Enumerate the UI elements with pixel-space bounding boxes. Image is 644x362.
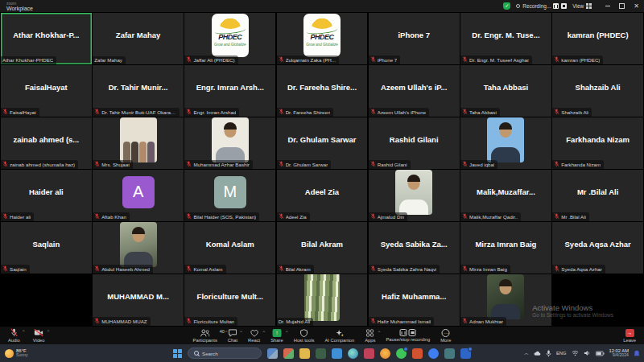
powerpoint-icon[interactable] [412, 348, 423, 359]
pause-recording-icon[interactable] [553, 3, 559, 9]
participant-tile[interactable]: Azeem Ullah's iP... Azeem Ullah's iPhone [369, 65, 460, 117]
file-explorer-icon[interactable] [299, 348, 310, 359]
leave-button[interactable]: → Leave [623, 329, 636, 343]
firefox-icon[interactable] [380, 348, 390, 359]
participant-tile[interactable]: FaisalHayat FaisalHayat [1, 65, 92, 117]
photos-icon[interactable] [283, 348, 294, 359]
participant-tile[interactable]: kamran (PHDEC) kamran (PHDEC) [552, 13, 643, 64]
tray-chevron-up-icon[interactable]: ︿ [524, 350, 529, 357]
battery-icon[interactable] [596, 351, 605, 356]
participant-tile[interactable]: Adeel Zia Adeel Zia [277, 170, 368, 221]
onenote-icon[interactable] [364, 348, 374, 359]
participant-photo [395, 170, 432, 215]
participant-tile[interactable]: Abdul Haseeb Ahmed [93, 222, 184, 274]
participant-tile[interactable]: Athar Khokhar-P... Athar Khokhar-PHDEC [1, 13, 92, 64]
participant-tile[interactable]: Taha Abbasi Taha Abbasi [460, 65, 551, 117]
participant-tile[interactable]: Mrs. Shujaat [93, 117, 184, 169]
whatsapp-icon[interactable] [396, 348, 407, 359]
tray-mic-icon[interactable] [546, 350, 551, 357]
participant-display-name: Syeda Sabika Za... [378, 240, 451, 249]
participant-tile[interactable]: Adnan Mukhtar [460, 274, 551, 326]
participant-tile[interactable]: Rashid Gilani Rashid Gilani [369, 117, 460, 169]
participant-display-name: Engr. Imran Arsh... [193, 83, 267, 92]
host-tools-button[interactable]: Host tools [294, 329, 315, 343]
participant-tile[interactable]: Syeda Sabika Za... Syeda Sabika Zahra Na… [369, 222, 460, 274]
participant-tile[interactable]: iPhone 7 iPhone 7 [369, 13, 460, 64]
participant-tile[interactable]: Saqlain Saqlain [1, 222, 92, 274]
participant-tile[interactable]: Haider ali Haider ali [1, 170, 92, 221]
chat-chevron-icon[interactable]: ⌃ [239, 330, 243, 335]
react-button[interactable]: React ⌃ [248, 329, 260, 343]
participant-tile[interactable]: M Bilal Haider (SOS, Pakistan) [184, 170, 275, 221]
view-button[interactable]: View [572, 3, 592, 9]
audio-button[interactable]: Audio ⌃ [8, 328, 20, 343]
share-chevron-icon[interactable]: ⌃ [285, 330, 289, 335]
react-chevron-icon[interactable]: ⌃ [262, 330, 266, 335]
participants-button[interactable]: Participants 40 ⌃ [193, 329, 217, 343]
outlook-icon[interactable] [460, 348, 471, 359]
participant-tile[interactable]: Dr. Tahir Munir... Dr. Tahir Munir Butt-… [93, 65, 184, 117]
tile-content: Syeda Aqsa Azhar [552, 222, 643, 267]
minimize-button[interactable] [605, 6, 610, 6]
participant-tile[interactable]: Hafiz Muhamma... Hafiz Muhammad Ismail [369, 274, 460, 326]
participant-tile[interactable]: Ajmalud Din [369, 170, 460, 221]
participant-tile[interactable]: Mr .Bilal Ali Mr .Bilal Ali [552, 170, 643, 221]
participant-name-label: Saqlain [1, 265, 30, 274]
participant-tile[interactable]: Komal Aslam Komal Aslam [184, 222, 275, 274]
task-view-icon[interactable] [267, 348, 278, 359]
start-button[interactable] [173, 349, 182, 358]
notification-bell-icon[interactable] [634, 350, 640, 357]
mail-icon[interactable] [332, 348, 342, 359]
muted-mic-icon [186, 265, 192, 272]
participant-tile[interactable]: zainab ahmed (s... zainab ahmed (shumail… [1, 117, 92, 169]
participant-tile[interactable]: Dr. Mujahid Ali [277, 274, 368, 326]
participant-tile[interactable]: PHDECGrow and Globalize Zulqarnain Zaka … [277, 13, 368, 64]
camera-icon[interactable] [316, 348, 326, 359]
participant-tile[interactable]: A Aftab Khan [93, 170, 184, 221]
zoom-app-icon[interactable] [428, 348, 439, 359]
participant-tile[interactable]: Malik,Muzaffar... Malik,Muzaffar Qadir.. [460, 170, 551, 221]
restore-button[interactable] [619, 3, 625, 9]
taskbar-clock[interactable]: 12:02 AM 9/4/2024 [609, 348, 630, 359]
pause-stop-recording-button[interactable]: Pause/stop recording [386, 329, 430, 342]
participant-tile[interactable]: Javed iqbal [460, 117, 551, 169]
taskbar-search[interactable]: Search [188, 348, 262, 359]
participant-tile[interactable]: Floriculture Mult... Floriculture Multan [184, 274, 275, 326]
volume-icon[interactable] [584, 350, 591, 356]
close-button[interactable]: ✕ [634, 3, 639, 10]
participant-tile[interactable]: Mirza Imran Baig Mirza Imran Baig [460, 222, 551, 274]
video-chevron-icon[interactable]: ⌃ [47, 329, 51, 335]
teams-icon[interactable] [444, 348, 455, 359]
muted-mic-icon [2, 213, 8, 220]
ai-companion-button[interactable]: AI Companion [324, 329, 354, 343]
participant-tile[interactable]: Zafar Mahay Zafar Mahay [93, 13, 184, 64]
participant-tile[interactable]: Dr. Fareeha Shire... Dr. Fareeha Shireen [277, 65, 368, 117]
participant-tile[interactable]: Shahzaib Ali Shahzaib Ali [552, 65, 643, 117]
audio-chevron-icon[interactable]: ⌃ [22, 329, 26, 335]
apps-button[interactable]: Apps ⌃ [365, 329, 375, 343]
participant-tile[interactable]: MUHAMMAD M... MUHAMMAD MUAZ [93, 274, 184, 326]
video-button[interactable]: Video ⌃ [33, 328, 45, 343]
participant-tile[interactable]: Dr. Ghulam Sarwar Dr. Ghulam Sarwar [277, 117, 368, 169]
tile-content: Saqlain [1, 222, 92, 267]
participant-display-name: Mirza Imran Baig [472, 240, 539, 249]
participant-tile[interactable]: Syeda Aqsa Azhar Syeda Aqsa Azhar [552, 222, 643, 274]
participant-display-name: Bilal Akram [298, 240, 346, 249]
brand-workplace: Workplace [6, 6, 33, 11]
stop-recording-icon[interactable] [561, 3, 567, 9]
weather-widget[interactable]: 86°F Sunny [5, 348, 28, 358]
language-indicator[interactable]: ENG [556, 351, 567, 356]
apps-chevron-icon[interactable]: ⌃ [377, 330, 381, 335]
wifi-icon[interactable] [572, 350, 579, 356]
participant-tile[interactable]: Bilal Akram Bilal Akram [277, 222, 368, 274]
participant-tile[interactable]: PHDECGrow and Globalize Jaffar Ali (PHDE… [184, 13, 275, 64]
onedrive-cloud-icon[interactable] [534, 351, 541, 356]
participant-tile[interactable]: Engr. Imran Arsh... Engr. Imran Arshad [184, 65, 275, 117]
participant-tile[interactable]: Farkhanda Nizam Farkhanda Nizam [552, 117, 643, 169]
more-button[interactable]: ⋯ More [440, 329, 451, 343]
chat-button[interactable]: Chat ⌃ [228, 329, 237, 343]
edge-icon[interactable] [348, 348, 358, 359]
share-button[interactable]: ↑ Share ⌃ [270, 329, 283, 343]
participant-tile[interactable]: Muhammad Azhar Bashir [184, 117, 275, 169]
participant-tile[interactable]: Dr. Engr. M. Tuse... Dr. Engr. M. Tuseef… [460, 13, 551, 64]
